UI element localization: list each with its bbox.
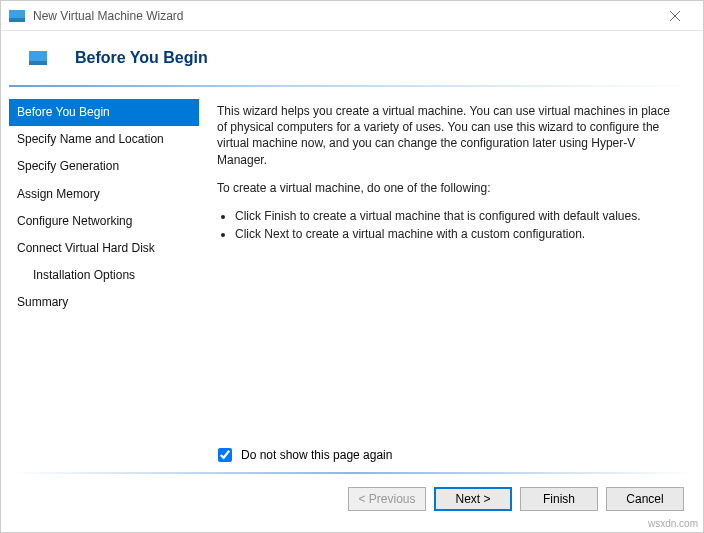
step-summary[interactable]: Summary [9,289,199,316]
wizard-header: Before You Begin [1,31,703,85]
svg-rect-1 [9,18,25,22]
sidebar-item-label: Installation Options [33,268,135,282]
wizard-icon [29,51,47,65]
step-specify-name-location[interactable]: Specify Name and Location [9,126,199,153]
wizard-content: This wizard helps you create a virtual m… [199,95,695,317]
wizard-buttons: < Previous Next > Finish Cancel [348,487,684,511]
page-title: Before You Begin [75,49,208,67]
sidebar-item-label: Configure Networking [17,214,132,228]
do-not-show-again-row[interactable]: Do not show this page again [214,445,392,465]
bullet-item: Click Next to create a virtual machine w… [235,226,681,242]
bullet-item: Click Finish to create a virtual machine… [235,208,681,224]
previous-button: < Previous [348,487,426,511]
svg-rect-5 [29,61,47,65]
close-button[interactable] [655,1,695,31]
footer-separator [8,472,696,474]
step-connect-virtual-hard-disk[interactable]: Connect Virtual Hard Disk [9,235,199,262]
sidebar-item-label: Assign Memory [17,187,100,201]
app-icon [9,10,25,22]
sidebar-item-label: Before You Begin [17,105,110,119]
sidebar-item-label: Specify Name and Location [17,132,164,146]
step-installation-options[interactable]: Installation Options [9,262,199,289]
window-title: New Virtual Machine Wizard [33,9,655,23]
finish-button[interactable]: Finish [520,487,598,511]
step-before-you-begin[interactable]: Before You Begin [9,99,199,126]
titlebar: New Virtual Machine Wizard [1,1,703,31]
checkbox-label: Do not show this page again [241,448,392,462]
step-specify-generation[interactable]: Specify Generation [9,153,199,180]
step-configure-networking[interactable]: Configure Networking [9,208,199,235]
sidebar-item-label: Connect Virtual Hard Disk [17,241,155,255]
subhead-text: To create a virtual machine, do one of t… [217,180,681,196]
step-assign-memory[interactable]: Assign Memory [9,181,199,208]
next-button[interactable]: Next > [434,487,512,511]
instruction-list: Click Finish to create a virtual machine… [235,208,681,242]
do-not-show-again-checkbox[interactable] [218,448,232,462]
wizard-steps-sidebar: Before You Begin Specify Name and Locati… [9,95,199,317]
intro-text: This wizard helps you create a virtual m… [217,103,681,168]
sidebar-item-label: Specify Generation [17,159,119,173]
cancel-button[interactable]: Cancel [606,487,684,511]
watermark: wsxdn.com [648,518,698,529]
sidebar-item-label: Summary [17,295,68,309]
